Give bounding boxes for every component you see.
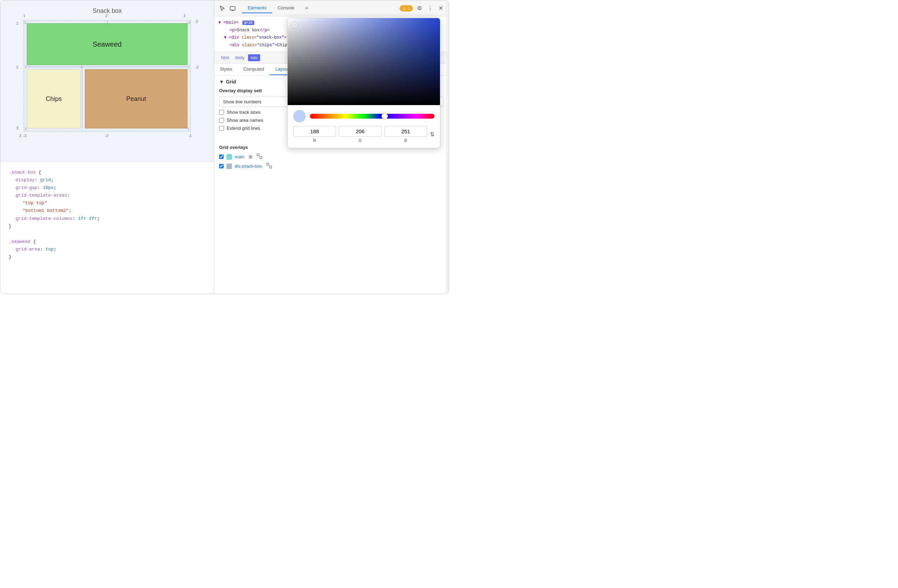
main-grid-icon[interactable]: ⊞ [249,154,252,159]
snackbox-select-icon[interactable] [266,163,272,169]
code-line-11: } [9,253,206,261]
g-input-group: G [339,126,381,143]
color-picker-bottom: R G B ⇅ [288,105,440,148]
devtools-header: Elements Console » ⚠ 1 ⚙ ⋮ ✕ [214,0,449,16]
hue-row [293,110,434,123]
color-picker-thumb[interactable] [292,22,297,28]
g-input[interactable] [339,126,381,137]
code-line-5: "top top" [9,199,206,207]
left-panel: Snack box 1 2 3 -3 1 2 3 Seaweed [0,0,214,294]
settings-icon[interactable]: ⚙ [416,3,423,13]
overlay-snackbox-checkbox[interactable] [219,164,224,168]
inner-line-neg1-bottom: -1 [187,127,189,131]
code-line-3: grid-gap: 10px; [9,184,206,192]
hue-thumb[interactable] [381,113,388,119]
b-input[interactable] [384,126,427,137]
g-label: G [358,138,362,143]
color-gradient[interactable] [288,18,440,105]
svg-rect-4 [267,163,269,165]
r-label: R [313,138,316,143]
rgb-mode-selector[interactable]: ⇅ [430,126,434,143]
show-area-names-checkbox[interactable] [219,118,224,123]
code-line-9: .seaweed { [9,238,206,246]
grid-num-top-right: 3 [183,14,185,18]
rgb-inputs: R G B ⇅ [293,126,434,143]
code-line-2: display: grid; [9,176,206,184]
show-area-names-label: Show area names [227,118,263,123]
show-line-numbers-label: Show line numbers [223,99,261,105]
show-track-sizes-label: Show track sizes [227,109,261,115]
tab-console[interactable]: Console [272,3,300,13]
cursor-icon[interactable] [218,5,226,12]
breadcrumb-html[interactable]: html [218,54,232,61]
grid-num-top-left: 1 [23,14,25,18]
r-input[interactable] [293,126,336,137]
seaweed-cell: Seaweed [27,23,188,65]
svg-rect-2 [257,154,259,156]
overlay-snackbox-label: div.snack-box [235,163,262,169]
grid-num-left-3: 3 [16,126,18,130]
tab-computed[interactable]: Computed [238,64,269,75]
code-line-blank [9,230,206,238]
main-color-box [226,154,232,160]
vertical-divider [82,66,82,128]
tab-elements[interactable]: Elements [242,3,272,13]
svg-rect-0 [230,7,235,10]
grid-num-top-mid: 2 [105,14,108,18]
tab-more[interactable]: » [300,3,314,13]
color-swatch [293,110,306,123]
hue-slider[interactable] [310,114,434,119]
bottom-num-2: -2 [105,134,109,138]
code-panel: .snack-box { display: grid; grid-gap: 10… [0,162,214,294]
peanut-cell: Peanut [85,69,188,128]
color-picker[interactable]: R G B ⇅ [287,18,440,148]
inner-line-1-topleft: 1 [25,21,26,25]
code-line-10: grid-area: top; [9,246,206,253]
snackbox-color-box [226,163,232,169]
chips-cell: Chips [27,69,81,128]
grid-num-left-1: 1 [16,22,18,25]
devtools-tabs: Elements Console » [242,3,314,13]
overlay-main-row: main ⊞ [219,154,444,160]
show-track-sizes-checkbox[interactable] [219,110,224,115]
svg-rect-3 [260,157,262,159]
right-num-2: -2 [195,65,198,69]
code-line-4: grid-template-areas: [9,192,206,199]
extend-grid-lines-label: Extend grid lines [227,126,260,131]
tab-styles[interactable]: Styles [214,64,238,75]
grid-title: Snack box [7,7,207,15]
extend-grid-lines-checkbox[interactable] [219,126,224,131]
breadcrumb-body[interactable]: body [233,54,247,61]
overlay-snackbox-row: div.snack-box [219,163,444,169]
b-label: B [404,138,407,143]
inner-line-3-bottom: 3 [25,127,26,131]
breadcrumb-nav[interactable]: nav [248,54,260,61]
bottom-num-1: -3 [23,134,26,138]
left-num-3: 3 [19,134,21,138]
bottom-num-3: -1 [189,134,192,138]
r-input-group: R [293,126,336,143]
b-input-group: B [384,126,427,143]
code-line-8: } [9,223,206,230]
inner-line-neg3-top: -3 [187,21,189,25]
overlay-main-checkbox[interactable] [219,154,224,159]
grid-num-left-2: 2 [16,65,18,69]
more-options-icon[interactable]: ⋮ [426,3,434,13]
scrollbar[interactable] [446,0,449,294]
svg-rect-5 [269,166,272,168]
right-panel: Elements Console » ⚠ 1 ⚙ ⋮ ✕ ▼ <main> gr… [214,0,449,294]
code-line-1: .snack-box { [9,169,206,176]
grid-visualizer: Snack box 1 2 3 -3 1 2 3 Seaweed [0,0,214,148]
code-line-7: grid-template-columns: 1fr 2fr; [9,215,206,223]
grid-container: Seaweed Chips Peanut 2 -2 2 3 -1 -3 1 [24,20,191,131]
close-icon[interactable]: ✕ [437,3,444,13]
overlay-main-label: main [235,154,244,159]
svg-rect-1 [232,10,234,11]
device-icon[interactable] [229,5,237,12]
grid-num-right-top: -3 [195,20,198,23]
warning-badge[interactable]: ⚠ 1 [400,5,413,11]
code-line-6: "bottom1 bottom2"; [9,207,206,215]
main-select-icon[interactable] [257,154,262,160]
horizontal-divider [27,66,188,67]
inner-line-2-left: 2 [25,65,26,69]
